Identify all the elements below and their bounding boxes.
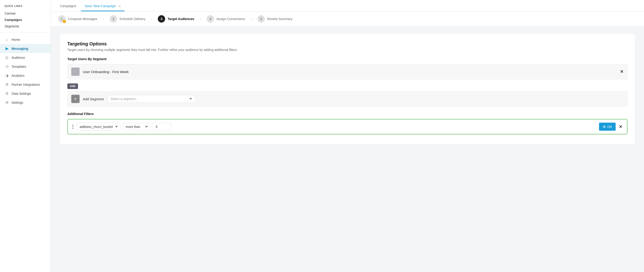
sidebar-item-settings[interactable]: ⚙ Settings bbox=[0, 98, 50, 107]
step-compose: 1 Compose Messages bbox=[58, 15, 97, 22]
data-settings-icon: ⚙ bbox=[4, 91, 9, 96]
segment-drag-handle[interactable] bbox=[71, 67, 80, 76]
content-area: Targeting Options Target users by choosi… bbox=[51, 26, 644, 272]
add-segment-row: + Add Segment Select a segment... bbox=[67, 91, 628, 106]
and-badge: AND bbox=[67, 81, 628, 91]
steps-bar: 1 Compose Messages › 2 Schedule Delivery… bbox=[51, 11, 644, 26]
segment-remove-button[interactable]: ✕ bbox=[620, 69, 624, 74]
filter-value-input[interactable] bbox=[153, 123, 171, 131]
step-conversions: 4 Assign Conversions bbox=[207, 15, 245, 22]
filters-section: Additional Filters adikteev_churn_bucket… bbox=[67, 112, 628, 134]
sidebar-divider bbox=[0, 32, 50, 32]
settings-icon: ⚙ bbox=[4, 100, 9, 105]
or-button[interactable]: ⊕ OR bbox=[599, 123, 616, 131]
drag-dot bbox=[72, 126, 73, 127]
segment-section-title: Target Users By Segment bbox=[67, 57, 628, 61]
step-circle-review: 5 bbox=[258, 15, 265, 22]
sidebar-item-audience[interactable]: ◎ Audience bbox=[0, 53, 50, 62]
step-schedule: 2 Schedule Delivery bbox=[110, 15, 146, 22]
filters-section-title: Additional Filters bbox=[67, 112, 628, 116]
tab-campaigns[interactable]: Campaigns bbox=[56, 1, 80, 11]
sidebar-item-label: Audience bbox=[12, 56, 25, 59]
sidebar-item-label: Templates bbox=[12, 65, 26, 68]
drag-dot bbox=[72, 128, 73, 129]
step-label-conversions: Assign Conversions bbox=[216, 17, 245, 21]
segment-name: User Onboarding - First Week bbox=[83, 70, 620, 74]
sidebar-item-analytics[interactable]: ◑ Analytics bbox=[0, 71, 50, 80]
sidebar: QUICK LINKS Canvas Campaigns Segments ⌂ … bbox=[0, 0, 51, 272]
segment-row-existing: User Onboarding - First Week ✕ bbox=[67, 64, 628, 79]
sidebar-item-home[interactable]: ⌂ Home bbox=[0, 35, 50, 44]
filter-operator-select[interactable]: more than bbox=[123, 123, 150, 131]
step-circle-schedule: 2 bbox=[110, 15, 117, 22]
sidebar-link-segments[interactable]: Segments bbox=[0, 23, 50, 29]
main-area: Campaigns Save 'New Campaign' ✕ 1 Compos… bbox=[51, 0, 644, 272]
sidebar-link-canvas[interactable]: Canvas bbox=[0, 10, 50, 16]
tabs-bar: Campaigns Save 'New Campaign' ✕ bbox=[51, 0, 644, 11]
content-card: Targeting Options Target users by choosi… bbox=[60, 34, 635, 144]
templates-icon: ⊙ bbox=[4, 64, 9, 69]
filter-row: adikteev_churn_bucket more than ⊕ OR ✕ bbox=[67, 119, 628, 134]
step-label-target: Target Audiences bbox=[168, 17, 194, 21]
page-description: Target users by choosing multiple segmen… bbox=[67, 48, 628, 52]
tab-new-campaign[interactable]: Save 'New Campaign' ✕ bbox=[81, 1, 124, 11]
step-target: 3 Target Audiences bbox=[158, 15, 194, 22]
filter-drag-handle[interactable] bbox=[72, 124, 74, 130]
messaging-icon: ▶ bbox=[4, 46, 9, 51]
step-separator-3: › bbox=[200, 16, 201, 21]
step-separator-2: › bbox=[151, 16, 152, 21]
partner-icon: ⚙ bbox=[4, 82, 9, 87]
sidebar-item-label: Home bbox=[12, 38, 20, 41]
or-plus-icon: ⊕ bbox=[603, 124, 606, 129]
sidebar-item-label: Analytics bbox=[12, 74, 24, 77]
page-title: Targeting Options bbox=[67, 41, 628, 46]
step-circle-conversions: 4 bbox=[207, 15, 214, 22]
audience-icon: ◎ bbox=[4, 55, 9, 60]
home-icon: ⌂ bbox=[4, 37, 9, 42]
filter-remove-button[interactable]: ✕ bbox=[618, 124, 623, 129]
sidebar-item-data-settings[interactable]: ⚙ Data Settings bbox=[0, 89, 50, 98]
sidebar-item-label: Messaging bbox=[12, 47, 28, 50]
step-review: 5 Review Summary bbox=[258, 15, 292, 22]
step-separator-1: › bbox=[103, 16, 104, 21]
filter-attribute-select[interactable]: adikteev_churn_bucket bbox=[76, 123, 120, 131]
tab-close-button[interactable]: ✕ bbox=[118, 4, 121, 8]
add-segment-label: Add Segment bbox=[83, 97, 104, 101]
sidebar-item-label: Data Settings bbox=[12, 92, 31, 95]
sidebar-item-messaging[interactable]: ▶ Messaging bbox=[0, 44, 50, 53]
sidebar-link-campaigns[interactable]: Campaigns bbox=[0, 16, 50, 23]
step-label-compose: Compose Messages bbox=[68, 17, 97, 21]
sidebar-item-templates[interactable]: ⊙ Templates bbox=[0, 62, 50, 71]
sidebar-item-partner-integrations[interactable]: ⚙ Partner Integrations bbox=[0, 80, 50, 89]
sidebar-item-label: Settings bbox=[12, 101, 23, 104]
quick-links-label: QUICK LINKS bbox=[0, 4, 50, 10]
or-button-label: OR bbox=[607, 125, 612, 129]
step-circle-target: 3 bbox=[158, 15, 165, 22]
segment-select-dropdown[interactable]: Select a segment... bbox=[108, 95, 195, 103]
sidebar-item-label: Partner Integrations bbox=[12, 83, 40, 86]
step-circle-compose: 1 bbox=[58, 15, 66, 22]
step-separator-4: › bbox=[250, 16, 252, 21]
step-label-review: Review Summary bbox=[267, 17, 292, 21]
analytics-icon: ◑ bbox=[4, 73, 9, 78]
add-segment-plus-button[interactable]: + bbox=[71, 95, 80, 103]
drag-dot bbox=[72, 125, 73, 126]
step-label-schedule: Schedule Delivery bbox=[120, 17, 146, 21]
